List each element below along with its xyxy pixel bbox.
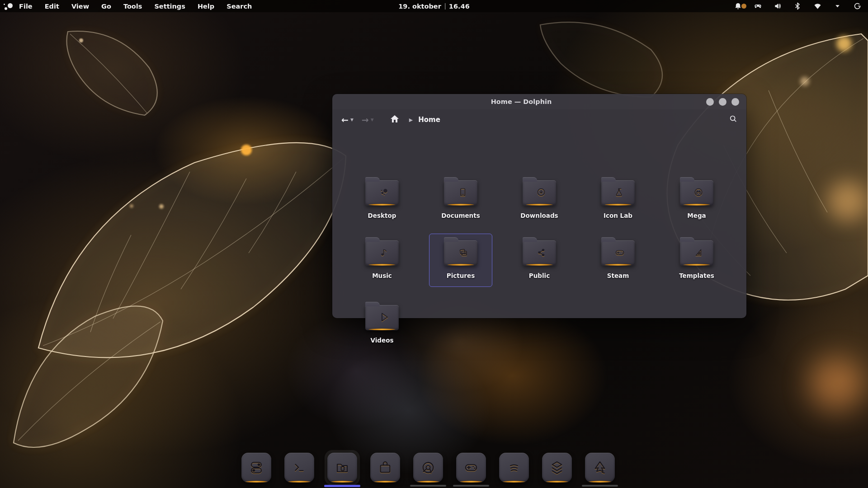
bokeh-dot	[800, 77, 809, 86]
search-icon[interactable]	[729, 115, 737, 125]
window-title: Home — Dolphin	[332, 98, 710, 105]
bokeh-dot	[241, 145, 252, 155]
clock[interactable]: 19. oktober 16.46	[398, 3, 469, 10]
folder-item-steam[interactable]: Steam	[586, 234, 650, 287]
gamepad-emblem-icon	[614, 247, 626, 260]
folder-item-downloads[interactable]: Downloads	[508, 174, 571, 227]
spotify-icon	[499, 453, 529, 483]
folder-label: Steam	[607, 272, 629, 279]
bokeh-dot	[79, 38, 83, 42]
settings-toggles-icon	[241, 453, 271, 483]
folder-item-music[interactable]: Music	[350, 234, 414, 287]
dock-item-software-bag[interactable]	[370, 453, 400, 483]
folder-item-mega[interactable]: Mega	[665, 174, 728, 227]
system-tray	[734, 2, 868, 10]
folder-label: Videos	[371, 337, 394, 344]
bokeh-dot	[130, 204, 133, 208]
menu-item-edit[interactable]: Edit	[45, 3, 59, 10]
menu-item-search[interactable]: Search	[226, 3, 252, 10]
clock-time: 16.46	[449, 3, 470, 10]
folder-label: Pictures	[447, 272, 475, 279]
dock-item-spotify[interactable]	[499, 453, 529, 483]
folder-item-pictures[interactable]: Pictures	[429, 234, 492, 287]
web-browser-icon	[413, 453, 443, 483]
folder-item-videos[interactable]: Videos	[350, 298, 414, 352]
dock-item-inkscape[interactable]	[585, 453, 615, 483]
breadcrumb-home[interactable]: Home	[418, 116, 440, 124]
titlebar[interactable]: Home — Dolphin	[332, 94, 746, 109]
dock-item-web-browser[interactable]	[413, 453, 443, 483]
notification-bell-icon[interactable]	[734, 2, 742, 10]
gamepad-icon[interactable]	[754, 2, 762, 10]
back-button[interactable]: ← ▼	[341, 116, 354, 124]
dock-item-game-controller[interactable]	[456, 453, 486, 483]
g-refresh-icon[interactable]	[853, 2, 862, 10]
home-icon[interactable]	[390, 114, 399, 125]
folder-icon	[680, 180, 713, 206]
setsquare-emblem-icon	[693, 247, 704, 260]
menu-item-tools[interactable]: Tools	[123, 3, 142, 10]
clock-date: 19. oktober	[398, 3, 441, 10]
folder-icon	[365, 240, 399, 266]
close-button[interactable]	[731, 98, 739, 106]
bokeh-dot	[809, 357, 863, 411]
distro-dots-logo-icon[interactable]	[2, 0, 15, 12]
folder-label: Desktop	[368, 212, 396, 219]
wifi-icon[interactable]	[813, 2, 822, 10]
back-dropdown-caret-icon[interactable]: ▼	[350, 117, 354, 122]
folder-item-documents[interactable]: Documents	[429, 174, 492, 227]
menu-item-view[interactable]: View	[71, 3, 89, 10]
bluetooth-icon[interactable]	[793, 2, 802, 10]
menu-item-settings[interactable]: Settings	[154, 3, 185, 10]
folder-label: Music	[372, 272, 392, 279]
folder-label: Icon Lab	[604, 212, 632, 219]
dolphin-window: Home — Dolphin ← ▼ → ▼ ▶ Home	[332, 94, 746, 318]
note-emblem-icon	[378, 247, 390, 260]
dock-item-settings-toggles[interactable]	[241, 453, 271, 483]
game-controller-icon	[456, 453, 486, 483]
folder-item-templates[interactable]: Templates	[665, 234, 728, 287]
menu-item-go[interactable]: Go	[101, 3, 111, 10]
notification-badge	[741, 4, 746, 9]
back-arrow-icon: ←	[341, 116, 349, 124]
window-buttons	[706, 98, 739, 106]
folder-item-public[interactable]: Public	[508, 234, 571, 287]
dock-item-layers-stack[interactable]	[542, 453, 572, 483]
bokeh-dot	[836, 36, 852, 52]
top-menubar: FileEditViewGoToolsSettingsHelpSearch 19…	[0, 0, 868, 12]
folder-label: Mega	[687, 212, 706, 219]
folder-icon	[601, 180, 635, 206]
running-indicator	[453, 485, 489, 487]
dock-item-terminal[interactable]	[284, 453, 314, 483]
folder-icon	[601, 240, 635, 266]
folder-icon	[365, 180, 399, 206]
folder-icon	[444, 240, 477, 266]
menu-item-file[interactable]: File	[19, 3, 33, 10]
forward-dropdown-caret-icon: ▼	[371, 117, 374, 122]
clock-separator	[445, 3, 445, 9]
software-bag-icon	[370, 453, 400, 483]
terminal-icon	[284, 453, 314, 483]
document-emblem-icon	[457, 187, 468, 200]
folder-item-desktop[interactable]: Desktop	[350, 174, 414, 227]
volume-icon[interactable]	[774, 2, 782, 10]
maximize-button[interactable]	[719, 98, 726, 106]
forward-arrow-icon: →	[362, 116, 369, 124]
forward-button[interactable]: → ▼	[362, 116, 374, 124]
dock-item-file-manager[interactable]	[327, 453, 357, 483]
chevron-down-icon[interactable]	[833, 2, 842, 10]
dock	[241, 453, 615, 483]
bokeh-dot	[827, 181, 868, 221]
running-indicator	[582, 485, 618, 487]
flask-emblem-icon	[614, 187, 626, 200]
folder-item-icon-lab[interactable]: Icon Lab	[586, 174, 650, 227]
running-indicator	[410, 485, 446, 487]
global-menu: FileEditViewGoToolsSettingsHelpSearch	[19, 3, 252, 10]
inkscape-icon	[585, 453, 615, 483]
menu-item-help[interactable]: Help	[198, 3, 214, 10]
folder-label: Documents	[441, 212, 480, 219]
folder-icon	[680, 240, 713, 266]
folder-icon	[444, 180, 477, 206]
minimize-button[interactable]	[706, 98, 714, 106]
folder-label: Downloads	[520, 212, 558, 219]
